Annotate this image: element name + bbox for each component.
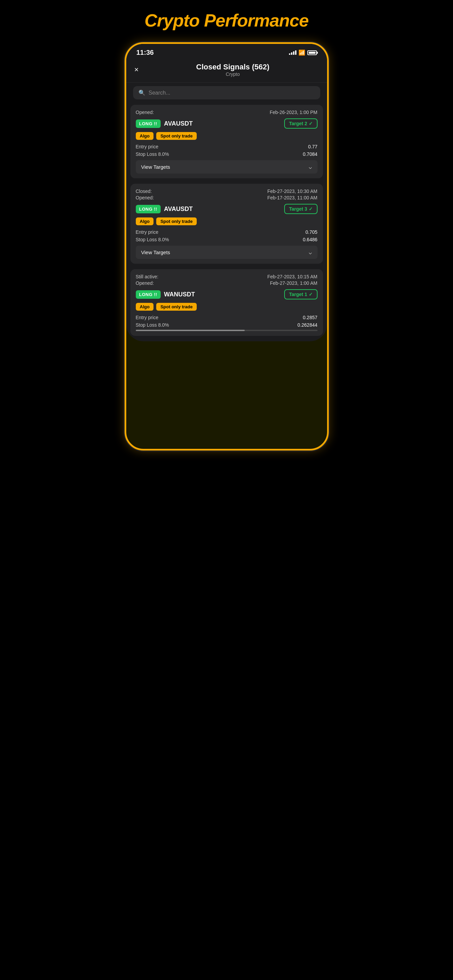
target-badge: Target 1 ✓ [284,289,317,299]
view-targets-button[interactable]: View Targets ⌵ [136,160,318,173]
active-value: Feb-27-2023, 10:15 AM [267,274,317,279]
stop-value: 0.6486 [303,237,318,242]
wifi-icon: 📶 [299,49,305,56]
stop-label: Stop Loss 8.0% [136,322,169,328]
signal-main-row: LONG !! AVAUSDT Target 2 ✓ [136,118,318,129]
signal-main-row: LONG !! AVAUSDT Target 3 ✓ [136,204,318,214]
status-time: 11:36 [137,49,154,56]
close-button[interactable]: × [133,64,140,76]
active-label: Still active: [136,274,159,279]
battery-icon [307,50,317,55]
view-targets-label: View Targets [141,250,170,255]
signal-symbol: WANUSDT [164,291,195,298]
entry-row: Entry price 0.705 [136,229,318,235]
signal-symbol: AVAUSDT [164,205,192,213]
app-header: × Closed Signals (562) Crypto [126,59,327,83]
stop-value: 0.262844 [297,322,317,328]
signal-left: LONG !! AVAUSDT [136,205,193,213]
long-badge: LONG !! [136,119,161,128]
long-badge: LONG !! [136,205,161,213]
signals-list: Opened: Feb-26-2023, 1:00 PM LONG !! AVA… [126,105,327,336]
entry-value: 0.705 [305,229,317,235]
stop-label: Stop Loss 8.0% [136,237,169,242]
signal-dates: Still active: Feb-27-2023, 10:15 AM Open… [136,274,318,286]
entry-label: Entry price [136,315,159,320]
chevron-down-icon: ⌵ [309,249,312,256]
entry-value: 0.2857 [303,315,318,320]
signal-main-row: LONG !! WANUSDT Target 1 ✓ [136,289,318,299]
opened-label: Opened: [136,195,154,200]
signal-card: Closed: Feb-27-2023, 10:30 AM Opened: Fe… [130,184,323,264]
opened-label: Opened: [136,110,154,115]
signal-symbol: AVAUSDT [164,120,192,127]
page-title: Crypto Performance [145,7,309,34]
header-title: Closed Signals (562) [145,63,320,72]
opened-label: Opened: [136,280,154,286]
stop-row: Stop Loss 8.0% 0.7084 [136,151,318,157]
signal-tags: Algo Spot only trade [136,303,318,311]
status-icons: 📶 [289,49,317,56]
chevron-down-icon: ⌵ [309,164,312,170]
progress-bar-fill [136,330,245,331]
spot-tag: Spot only trade [156,132,197,140]
algo-tag: Algo [136,132,154,140]
spot-tag: Spot only trade [156,218,197,225]
signal-card: Opened: Feb-26-2023, 1:00 PM LONG !! AVA… [130,105,323,178]
opened-value: Feb-17-2023, 11:00 AM [267,195,317,200]
progress-bar [136,330,318,331]
header-subtitle: Crypto [145,72,320,77]
stop-row: Stop Loss 8.0% 0.6486 [136,237,318,242]
signal-left: LONG !! WANUSDT [136,290,195,299]
signal-stats: Entry price 0.2857 Stop Loss 8.0% 0.2628… [136,315,318,328]
signal-dates: Opened: Feb-26-2023, 1:00 PM [136,110,318,115]
long-badge: LONG !! [136,290,161,299]
algo-tag: Algo [136,303,154,311]
opened-row: Opened: Feb-17-2023, 11:00 AM [136,195,318,200]
signal-card: Still active: Feb-27-2023, 10:15 AM Open… [130,269,323,336]
algo-tag: Algo [136,218,154,225]
entry-label: Entry price [136,144,159,150]
search-bar[interactable]: 🔍 Search... [133,86,320,99]
signal-dates: Closed: Feb-27-2023, 10:30 AM Opened: Fe… [136,189,318,200]
search-container: 🔍 Search... [126,83,327,105]
entry-row: Entry price 0.2857 [136,315,318,320]
view-targets-button[interactable]: View Targets ⌵ [136,246,318,259]
target-badge: Target 2 ✓ [284,118,317,129]
date-row: Opened: Feb-26-2023, 1:00 PM [136,110,318,115]
page-wrapper: Crypto Performance 11:36 📶 [113,7,340,450]
spot-tag: Spot only trade [156,303,197,311]
signal-tags: Algo Spot only trade [136,218,318,225]
entry-value: 0.77 [308,144,317,150]
search-icon: 🔍 [138,89,145,96]
entry-label: Entry price [136,229,159,235]
signal-left: LONG !! AVAUSDT [136,119,193,128]
closed-value: Feb-27-2023, 10:30 AM [267,189,317,194]
closed-label: Closed: [136,189,152,194]
opened-row: Opened: Feb-27-2023, 1:00 AM [136,280,318,286]
header-text: Closed Signals (562) Crypto [145,63,320,77]
phone-inner: 11:36 📶 × Clo [126,44,327,341]
opened-value: Feb-27-2023, 1:00 AM [270,280,317,286]
stop-row: Stop Loss 8.0% 0.262844 [136,322,318,328]
target-badge: Target 3 ✓ [284,204,317,214]
closed-row: Closed: Feb-27-2023, 10:30 AM [136,189,318,194]
active-row: Still active: Feb-27-2023, 10:15 AM [136,274,318,279]
stop-value: 0.7084 [303,151,318,157]
signal-tags: Algo Spot only trade [136,132,318,140]
phone-frame: 11:36 📶 × Clo [125,42,329,450]
signal-strength-icon [289,50,296,55]
entry-row: Entry price 0.77 [136,144,318,150]
signal-stats: Entry price 0.77 Stop Loss 8.0% 0.7084 [136,144,318,157]
search-placeholder: Search... [149,90,170,96]
signal-stats: Entry price 0.705 Stop Loss 8.0% 0.6486 [136,229,318,242]
opened-value: Feb-26-2023, 1:00 PM [270,110,317,115]
stop-label: Stop Loss 8.0% [136,151,169,157]
status-bar: 11:36 📶 [126,44,327,59]
view-targets-label: View Targets [141,164,170,170]
